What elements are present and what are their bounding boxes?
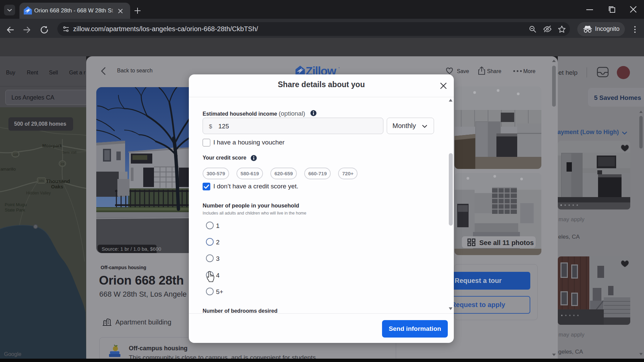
svg-text:Simi Vall: Simi Vall	[62, 150, 76, 154]
svg-text:Hidden Valley: Hidden Valley	[26, 191, 51, 195]
svg-text:Camarillo: Camarillo	[0, 167, 16, 172]
svg-text:118: 118	[13, 153, 18, 156]
svg-text:Point Mugu: Point Mugu	[5, 202, 27, 207]
svg-text:Moorpark: Moorpark	[42, 143, 62, 148]
svg-text:State Park: State Park	[5, 207, 25, 213]
svg-text:23: 23	[61, 162, 64, 166]
svg-text:Thousand: Thousand	[46, 178, 70, 184]
svg-text:Oaks: Oaks	[51, 184, 63, 189]
svg-text:101: 101	[39, 179, 44, 182]
svg-text:Google: Google	[4, 351, 21, 357]
